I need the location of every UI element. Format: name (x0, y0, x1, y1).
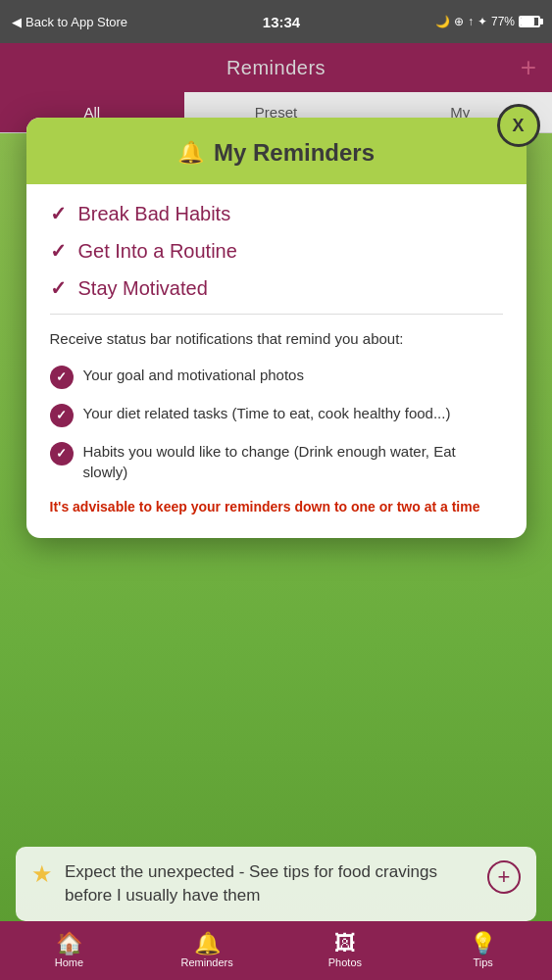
check-icon: ✓ (50, 202, 67, 225)
reminder-item-3: ✓ Stay Motivated (50, 276, 503, 300)
bullet-check-icon-1: ✓ (50, 366, 74, 389)
modal: X 🔔 My Reminders ✓ Break Bad Habits ✓ Ge… (26, 118, 527, 538)
bullet-item-3: ✓ Habits you would like to change (Drink… (50, 441, 503, 484)
reminder-label-1: Break Bad Habits (78, 203, 231, 225)
modal-title: My Reminders (214, 139, 375, 167)
bullet-item-2: ✓ Your diet related tasks (Time to eat, … (50, 403, 503, 427)
divider (50, 314, 503, 315)
bullet-check-icon-3: ✓ (50, 442, 74, 466)
bullet-check-icon-2: ✓ (50, 404, 74, 427)
reminder-item-2: ✓ Get Into a Routine (50, 239, 503, 263)
modal-header: 🔔 My Reminders (26, 118, 527, 184)
modal-overlay: X 🔔 My Reminders ✓ Break Bad Habits ✓ Ge… (0, 0, 552, 980)
reminder-item-1: ✓ Break Bad Habits (50, 202, 503, 225)
close-button[interactable]: X (497, 104, 540, 147)
reminder-label-2: Get Into a Routine (78, 240, 237, 263)
bell-icon: 🔔 (177, 140, 204, 166)
bullet-text-2: Your diet related tasks (Time to eat, co… (83, 403, 451, 424)
bullet-item-1: ✓ Your goal and motivational photos (50, 365, 503, 389)
advisory-text: It's advisable to keep your reminders do… (50, 497, 503, 516)
bullet-text-3: Habits you would like to change (Drink e… (83, 441, 503, 484)
check-icon-2: ✓ (50, 239, 67, 263)
check-icon-3: ✓ (50, 276, 67, 300)
bullet-text-1: Your goal and motivational photos (83, 365, 304, 386)
modal-body: ✓ Break Bad Habits ✓ Get Into a Routine … (26, 184, 527, 538)
description-text: Receive status bar notifications that re… (50, 328, 503, 351)
reminder-label-3: Stay Motivated (78, 277, 208, 300)
